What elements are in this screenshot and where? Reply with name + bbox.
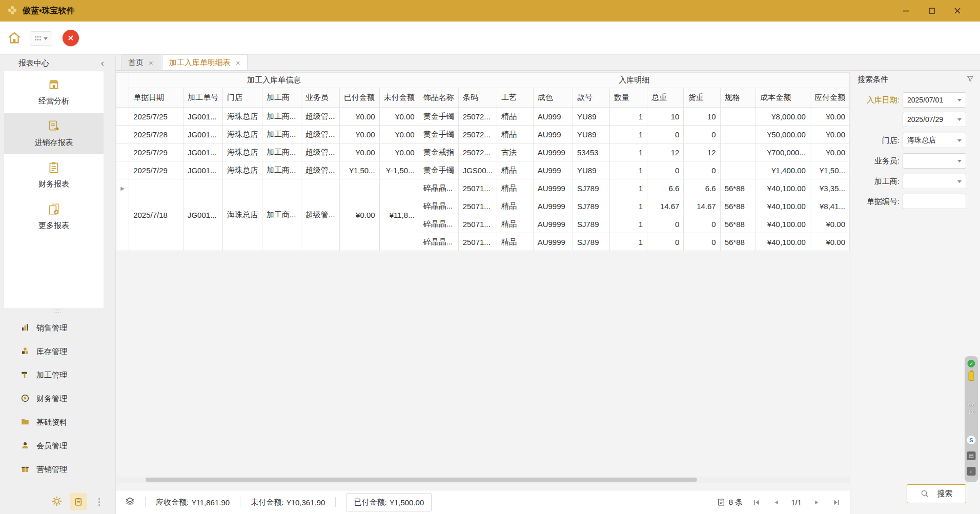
- column-header[interactable]: 单据日期: [129, 88, 183, 108]
- doc-number-input[interactable]: [903, 194, 966, 209]
- report-item-inventory-reports[interactable]: 进销存报表: [4, 113, 104, 154]
- table-row[interactable]: ▶2025/7/18JG001...海珠总店加工商...超级管...¥0.00¥…: [116, 179, 850, 197]
- maximize-button[interactable]: [927, 6, 937, 16]
- sidebar-item-sales[interactable]: 销售管理: [0, 316, 116, 340]
- tab-close-icon[interactable]: ×: [149, 58, 153, 67]
- column-header[interactable]: 总重: [647, 88, 684, 108]
- processor-select[interactable]: [903, 174, 966, 189]
- detail-cell: 25071...: [458, 197, 497, 215]
- select-value: 海珠总店: [907, 136, 936, 145]
- column-header[interactable]: 工艺: [497, 88, 534, 108]
- column-header[interactable]: 已付金额: [339, 88, 379, 108]
- detail-cell: AU9999: [533, 179, 573, 197]
- close-all-button[interactable]: [63, 30, 79, 46]
- table-row[interactable]: 2025/7/29JG001...海珠总店加工商...超级管...¥1,50..…: [116, 161, 850, 179]
- detail-cell: 0: [647, 126, 684, 143]
- group-header-master: 加工入库单信息: [129, 73, 419, 88]
- input-method-icon[interactable]: S: [967, 436, 976, 444]
- home-icon[interactable]: [7, 31, 22, 47]
- column-header[interactable]: 款号: [573, 88, 610, 108]
- sidebar-item-members[interactable]: 会员管理: [0, 434, 116, 458]
- column-header[interactable]: 门店: [222, 88, 262, 108]
- column-header[interactable]: 条码: [458, 88, 497, 108]
- column-header[interactable]: 加工商: [262, 88, 301, 108]
- record-count-text: 8 条: [729, 498, 743, 507]
- tab-close-icon[interactable]: ×: [236, 58, 240, 67]
- horizontal-scrollbar[interactable]: [116, 477, 850, 483]
- column-header[interactable]: 饰品名称: [419, 88, 458, 108]
- close-icon: [67, 34, 74, 42]
- prev-page-button[interactable]: [770, 497, 782, 508]
- column-header[interactable]: 成本金额: [756, 88, 810, 108]
- master-cell: 超级管...: [301, 161, 339, 179]
- chevron-down-icon: [957, 118, 962, 121]
- document-list-icon: [717, 498, 725, 506]
- master-cell: 2025/7/18: [129, 179, 183, 251]
- next-page-button[interactable]: [811, 497, 822, 508]
- master-cell: ¥-1,50...: [379, 161, 419, 179]
- shield-check-icon[interactable]: ✓: [968, 360, 975, 367]
- sidebar-item-inventory[interactable]: 库存管理: [0, 340, 116, 363]
- detail-cell: 6.6: [647, 179, 684, 197]
- report-item-label: 经营分析: [38, 96, 69, 106]
- start-date-select[interactable]: 2025/07/01: [903, 92, 966, 108]
- member-icon: [21, 441, 30, 451]
- table-row[interactable]: 2025/7/25JG001...海珠总店加工商...超级管...¥0.00¥0…: [116, 108, 850, 126]
- report-item-finance-reports[interactable]: 财务报表: [4, 154, 104, 196]
- summary-label: 已付金额:: [354, 498, 386, 507]
- gear-icon[interactable]: [51, 496, 63, 508]
- detail-cell: 25071...: [458, 215, 497, 233]
- detail-cell: [720, 108, 756, 126]
- row-expand-arrow-icon[interactable]: ▶: [116, 179, 129, 251]
- more-options-icon[interactable]: [95, 495, 103, 509]
- column-header[interactable]: 业务员: [301, 88, 339, 108]
- sidebar-item-processing[interactable]: 加工管理: [0, 363, 116, 387]
- sidebar-item-finance[interactable]: 财务管理: [0, 387, 116, 410]
- widget-tool-icon-1[interactable]: ▤: [967, 451, 976, 460]
- sidebar-item-basic-data[interactable]: 基础资料: [0, 410, 116, 434]
- column-header[interactable]: 加工单号: [183, 88, 222, 108]
- detail-cell: 0: [647, 215, 684, 233]
- table-row[interactable]: 2025/7/28JG001...海珠总店加工商...超级管...¥0.00¥0…: [116, 126, 850, 143]
- quick-menu-dropdown[interactable]: [30, 31, 52, 46]
- active-report-tool-button[interactable]: [70, 493, 87, 510]
- detail-cell: AU999: [533, 108, 573, 126]
- column-header[interactable]: 应付金额: [810, 88, 849, 108]
- master-cell: 加工商...: [262, 126, 301, 143]
- tab-processing-inbound-report[interactable]: 加工入库单明细表 ×: [162, 54, 248, 70]
- row-arrow-cell: [116, 161, 129, 179]
- detail-cell: 12: [647, 143, 684, 161]
- column-header[interactable]: 成色: [533, 88, 573, 108]
- report-item-more-reports[interactable]: 更多报表: [4, 196, 104, 237]
- desktop-status-widget[interactable]: ✓ 0.0 1.0 S ▤ ⌕: [965, 356, 978, 482]
- master-cell: 海珠总店: [222, 161, 262, 179]
- report-item-business-analysis[interactable]: 经营分析: [4, 71, 104, 113]
- first-page-button[interactable]: [751, 497, 762, 508]
- column-header[interactable]: 未付金额: [379, 88, 419, 108]
- panel-resize-handle[interactable]: ::::: [0, 308, 116, 314]
- detail-cell: 56*88: [720, 197, 756, 215]
- tab-home[interactable]: 首页 ×: [121, 54, 160, 70]
- column-header[interactable]: 数量: [609, 88, 647, 108]
- grid-dots-icon: [34, 35, 42, 42]
- detail-cell: 0: [647, 161, 684, 179]
- search-button[interactable]: 搜索: [907, 484, 966, 503]
- close-button[interactable]: [952, 6, 963, 16]
- store-select[interactable]: 海珠总店: [903, 133, 966, 148]
- table-row[interactable]: 2025/7/29JG001...海珠总店加工商...超级管...¥0.00¥0…: [116, 143, 850, 161]
- column-header[interactable]: 规格: [720, 88, 756, 108]
- salesperson-select[interactable]: [903, 153, 966, 169]
- layers-icon[interactable]: [125, 497, 135, 508]
- detail-cell: 25071...: [458, 233, 497, 251]
- sidebar-collapse-button[interactable]: ‹: [101, 58, 104, 68]
- sidebar-item-marketing[interactable]: 营销管理: [0, 458, 116, 481]
- widget-tool-icon-2[interactable]: ⌕: [967, 467, 976, 476]
- filter-icon[interactable]: [967, 75, 974, 84]
- minimize-button[interactable]: [901, 6, 911, 16]
- detail-cell: [720, 161, 756, 179]
- column-header[interactable]: 货重: [684, 88, 720, 108]
- end-date-select[interactable]: 2025/07/29: [903, 112, 966, 127]
- scrollbar-thumb[interactable]: [146, 478, 697, 482]
- last-page-button[interactable]: [830, 497, 842, 508]
- summary-paid: 已付金额: ¥1,500.00: [346, 494, 432, 511]
